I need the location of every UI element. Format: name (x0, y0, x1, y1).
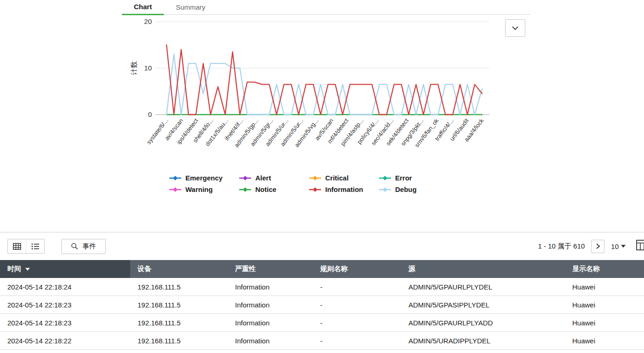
legend-item-critical[interactable]: Critical (309, 174, 379, 182)
list-icon (31, 243, 40, 250)
chart-summary-tabs: Chart Summary (122, 0, 530, 15)
table-cell: Huawei (565, 332, 644, 350)
legend-marker-icon (309, 175, 321, 181)
page-size-dropdown[interactable]: 10 (611, 243, 626, 250)
table-cell: - (313, 314, 401, 332)
legend-marker-icon (309, 187, 321, 192)
table-row[interactable]: 2024-05-14 22:18:23192.168.111.5Informat… (0, 296, 644, 314)
grid-view-button[interactable] (8, 239, 26, 253)
pagination-range-text: 1 - 10 属于 610 (538, 242, 585, 251)
col-header-device-label: 设备 (138, 265, 151, 272)
table-cell: 192.168.111.5 (130, 332, 228, 350)
legend-item-alert[interactable]: Alert (239, 174, 309, 182)
events-filter-button[interactable]: 事件 (61, 239, 106, 254)
y-tick-label: 10 (144, 64, 152, 72)
legend-marker-icon (239, 175, 251, 181)
event-count-line-chart: 01020计数systate/6/...av/4/scanips/4/detec… (129, 15, 497, 167)
column-settings-button[interactable] (636, 240, 644, 252)
table-cell: Information (228, 278, 313, 296)
legend-label: Alert (255, 174, 271, 182)
list-view-button[interactable] (26, 239, 44, 253)
col-header-severity[interactable]: 严重性 (228, 260, 313, 278)
tab-summary[interactable]: Summary (164, 1, 217, 14)
series-line-information (167, 45, 482, 115)
legend-item-debug[interactable]: Debug (379, 185, 449, 193)
events-toolbar: 事件 1 - 10 属于 610 10 (0, 232, 644, 260)
sort-desc-icon (25, 268, 30, 271)
col-header-display-name-label: 显示名称 (572, 265, 600, 272)
chart-options-dropdown[interactable] (505, 19, 525, 37)
next-page-button[interactable] (591, 240, 604, 253)
events-button-label: 事件 (82, 242, 96, 251)
magnifier-icon (71, 243, 78, 250)
table-cell: 2024-05-14 22:18:22 (0, 332, 130, 350)
tab-chart[interactable]: Chart (122, 1, 164, 15)
col-header-source-label: 源 (408, 265, 415, 272)
chart-legend: EmergencyAlertCriticalErrorWarningNotice… (169, 174, 644, 193)
legend-item-error[interactable]: Error (379, 174, 449, 182)
col-header-time-label: 时间 (7, 265, 21, 272)
legend-marker-icon (239, 187, 251, 192)
table-cell: 2024-05-14 22:18:24 (0, 278, 130, 296)
legend-label: Warning (185, 185, 213, 193)
table-row[interactable]: 2024-05-14 22:18:22192.168.111.5Informat… (0, 332, 644, 350)
legend-marker-icon (379, 187, 391, 192)
chevron-right-icon (596, 243, 600, 249)
table-cell: ADMIN/5/GPASIPPLYDEL (401, 296, 565, 314)
legend-label: Information (325, 185, 363, 193)
table-cell: - (313, 296, 401, 314)
table-cell: - (313, 278, 401, 296)
y-axis-label: 计数 (130, 61, 138, 75)
table-cell: 192.168.111.5 (130, 296, 228, 314)
legend-marker-icon (169, 187, 181, 192)
col-header-rule-name[interactable]: 规则名称 (313, 260, 401, 278)
table-cell: Huawei (565, 314, 644, 332)
table-header-row: 时间 设备 严重性 规则名称 源 显示名称 (0, 260, 644, 278)
legend-item-emergency[interactable]: Emergency (169, 174, 239, 182)
table-cell: Information (228, 332, 313, 350)
legend-item-information[interactable]: Information (309, 185, 379, 193)
legend-label: Notice (255, 185, 276, 193)
chevron-down-icon (512, 25, 519, 31)
legend-item-warning[interactable]: Warning (169, 185, 239, 193)
table-row[interactable]: 2024-05-14 22:18:24192.168.111.5Informat… (0, 278, 644, 296)
event-count-chart-area: 01020计数systate/6/...av/4/scanips/4/detec… (0, 15, 644, 167)
x-tick-label: systate/6/... (145, 117, 170, 146)
pagination-controls: 1 - 10 属于 610 10 (538, 240, 644, 253)
legend-label: Debug (395, 185, 417, 193)
legend-item-notice[interactable]: Notice (239, 185, 309, 193)
caret-down-icon (621, 245, 626, 248)
legend-label: Critical (325, 174, 349, 182)
table-cell: 2024-05-14 22:18:23 (0, 296, 130, 314)
table-grid-icon (13, 243, 21, 250)
y-tick-label: 0 (148, 110, 152, 118)
col-header-display-name[interactable]: 显示名称 (565, 260, 644, 278)
table-cell: Information (228, 314, 313, 332)
legend-label: Emergency (185, 174, 223, 182)
legend-marker-icon (169, 175, 181, 181)
table-cell: - (313, 332, 401, 350)
table-cell: 192.168.111.5 (130, 314, 228, 332)
page-size-value: 10 (611, 243, 619, 250)
col-header-severity-label: 严重性 (235, 265, 256, 272)
table-cell: Huawei (565, 296, 644, 314)
legend-marker-icon (379, 175, 391, 181)
legend-label: Error (395, 174, 412, 182)
table-cell: 192.168.111.5 (130, 278, 228, 296)
table-row[interactable]: 2024-05-14 22:18:23192.168.111.5Informat… (0, 314, 644, 332)
col-header-time[interactable]: 时间 (0, 260, 130, 278)
view-switcher (7, 239, 45, 254)
table-cell: Huawei (565, 278, 644, 296)
table-cell: ADMIN/5/GPAURLPLYADD (401, 314, 565, 332)
table-cell: ADMIN/5/URADIPPLYDEL (401, 332, 565, 350)
table-cell: Information (228, 296, 313, 314)
table-cell: ADMIN/5/GPAURLPLYDEL (401, 278, 565, 296)
events-table: 时间 设备 严重性 规则名称 源 显示名称 2024-05-14 22:18:2… (0, 260, 644, 350)
col-header-device[interactable]: 设备 (130, 260, 228, 278)
col-header-rule-name-label: 规则名称 (320, 265, 348, 272)
col-header-source[interactable]: 源 (401, 260, 565, 278)
table-columns-icon (636, 240, 644, 251)
table-cell: 2024-05-14 22:18:23 (0, 314, 130, 332)
y-tick-label: 20 (144, 17, 152, 25)
